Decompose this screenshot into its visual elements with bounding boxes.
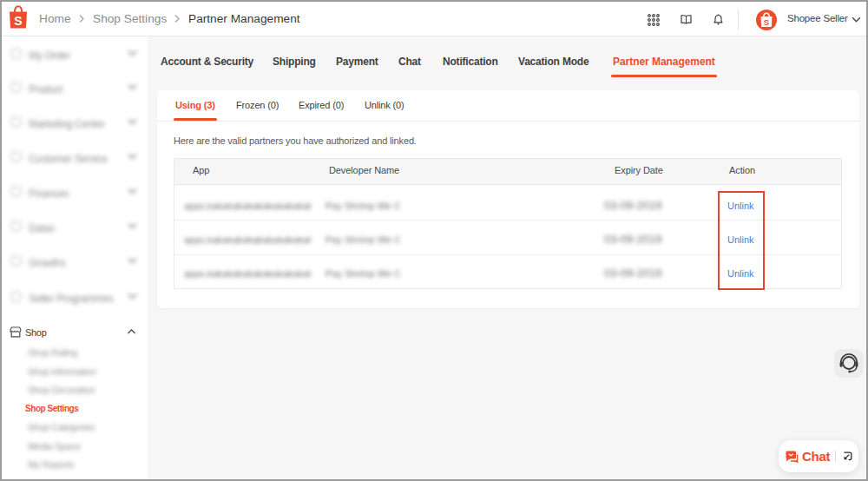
svg-text:S: S <box>14 14 22 28</box>
svg-text:S: S <box>764 17 769 27</box>
